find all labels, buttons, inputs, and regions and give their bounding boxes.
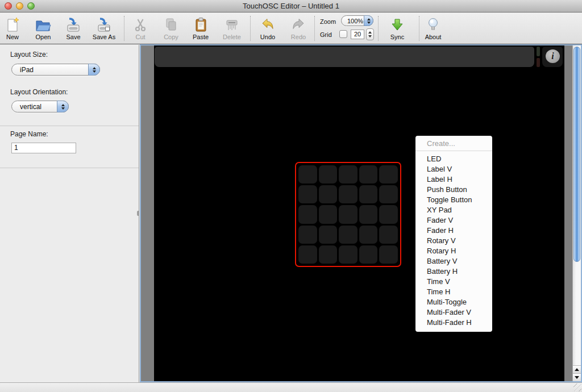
menu-item-multi-toggle[interactable]: Multi-Toggle [415,297,492,307]
menu-item-toggle-button[interactable]: Toggle Button [415,195,492,205]
multitoggle-cell[interactable] [319,205,338,223]
copy-button-label: Copy [155,34,187,40]
sidebar-resize-handle[interactable] [137,211,139,216]
info-button[interactable]: i [546,49,560,63]
multitoggle-cell[interactable] [359,226,378,244]
multitoggle-cell[interactable] [359,185,378,203]
zoom-popup-value: 100% [347,16,363,26]
multitoggle-cell[interactable] [379,245,398,264]
app-window: TouchOSC Editor – Untitled 1 New Open [0,0,582,392]
paste-clipboard-icon [185,15,217,32]
layout-orientation-value: vertical [20,101,41,112]
layout-canvas[interactable]: i [140,44,582,382]
multitoggle-cell[interactable] [339,205,357,223]
grid-size-stepper[interactable] [366,28,374,40]
page-name-label: Page Name: [10,130,48,138]
multitoggle-cell[interactable] [298,165,317,184]
multitoggle-grid[interactable] [295,162,401,267]
multitoggle-cell[interactable] [298,205,317,223]
up-arrow-icon [575,368,579,371]
scrollbar-thumb[interactable] [573,47,580,262]
open-button[interactable]: Open [27,15,59,43]
multitoggle-cell[interactable] [339,185,357,203]
multitoggle-cell[interactable] [339,245,357,264]
close-window-button[interactable] [5,2,12,10]
multitoggle-cell[interactable] [298,226,317,244]
menu-item-battery-h[interactable]: Battery H [415,266,492,277]
menu-item-push-button[interactable]: Push Button [415,185,492,195]
menu-item-fader-h[interactable]: Fader H [415,226,492,236]
multitoggle-cell[interactable] [379,205,398,223]
menu-item-rotary-h[interactable]: Rotary H [415,246,492,256]
layout-size-popup-arrows [88,64,100,76]
menu-item-fader-v[interactable]: Fader V [415,215,492,226]
page-tab-bar[interactable] [155,47,534,67]
multitoggle-cell[interactable] [298,245,317,264]
multitoggle-cell[interactable] [379,185,398,203]
toolbar-separator [314,16,315,41]
up-arrow-icon [61,104,65,106]
up-arrow-icon [93,67,96,69]
layout-orientation-popup-arrows [57,101,69,112]
scroll-down-button[interactable] [573,373,581,381]
grid-size-field[interactable]: 20 [351,30,364,39]
multitoggle-cell[interactable] [379,165,398,184]
menu-item-multi-fader-h[interactable]: Multi-Fader H [415,318,492,328]
multitoggle-cell[interactable] [359,245,378,264]
undo-button[interactable]: Undo [252,15,284,43]
layout-orientation-label: Layout Orientation: [10,88,68,96]
copy-button: Copy [155,15,187,43]
menu-item-time-v[interactable]: Time V [415,277,492,287]
paste-button[interactable]: Paste [185,15,217,43]
about-button[interactable]: About [417,15,449,43]
create-menu-items: LEDLabel VLabel HPush ButtonToggle Butto… [415,151,492,328]
cut-button: Cut [124,15,156,43]
multitoggle-cell[interactable] [319,185,338,203]
page-name-input[interactable]: 1 [11,143,76,153]
menu-item-label-h[interactable]: Label H [415,174,492,185]
multitoggle-cell[interactable] [319,245,338,264]
info-button-container: i [542,47,563,67]
multitoggle-cell[interactable] [339,165,357,184]
layout-size-label: Layout Size: [10,51,48,59]
multitoggle-cell[interactable] [339,226,357,244]
sidebar-divider [0,168,139,168]
multitoggle-cell[interactable] [359,205,378,223]
delete-shredder-icon [216,15,248,32]
grid-checkbox[interactable] [339,30,347,38]
paste-button-label: Paste [185,34,217,40]
window-resize-grip[interactable] [573,383,581,391]
vertical-scrollbar[interactable] [572,45,581,381]
menu-item-battery-v[interactable]: Battery V [415,256,492,266]
multitoggle-cell[interactable] [319,226,338,244]
save-as-icon [88,15,120,32]
scroll-up-button[interactable] [573,365,581,373]
save-button[interactable]: Save [57,15,89,43]
new-button[interactable]: New [0,15,28,43]
multitoggle-cell[interactable] [379,226,398,244]
sync-button[interactable]: Sync [381,15,413,43]
menu-item-label-v[interactable]: Label V [415,164,492,174]
zoom-popup[interactable]: 100% [341,15,373,26]
layout-page[interactable]: i [154,45,564,381]
layout-size-popup[interactable]: iPad [11,64,100,76]
multitoggle-cell[interactable] [319,165,338,184]
zoom-window-button[interactable] [27,2,35,10]
menu-item-led[interactable]: LED [415,154,492,164]
about-lightbulb-icon [417,15,449,32]
menu-item-time-h[interactable]: Time H [415,287,492,297]
save-as-button[interactable]: Save As [88,15,120,43]
minimize-window-button[interactable] [16,2,23,10]
layout-orientation-popup[interactable]: vertical [11,101,69,112]
up-arrow-icon [367,18,371,20]
about-button-label: About [417,34,449,40]
multitoggle-cell[interactable] [359,165,378,184]
menu-item-multi-fader-v[interactable]: Multi-Fader V [415,307,492,318]
multitoggle-cell[interactable] [298,185,317,203]
menu-item-xy-pad[interactable]: XY Pad [415,205,492,215]
down-arrow-icon [93,70,96,73]
open-button-label: Open [27,34,59,40]
inspector-sidebar: Layout Size: iPad Layout Orientation: ve… [0,45,139,382]
menu-item-rotary-v[interactable]: Rotary V [415,236,492,246]
toolbar-separator [250,16,251,41]
